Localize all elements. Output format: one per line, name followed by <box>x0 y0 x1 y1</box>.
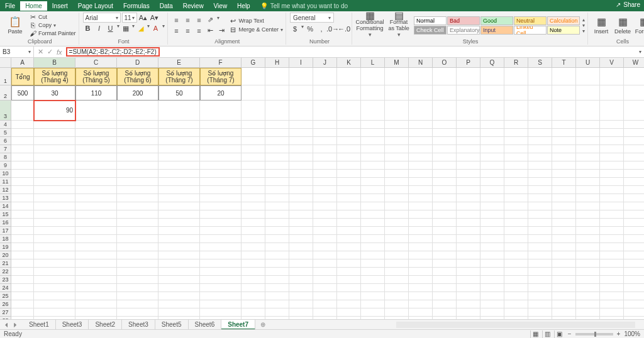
cell-M16[interactable] <box>385 219 409 227</box>
cell-V10[interactable] <box>600 170 624 178</box>
cell-C11[interactable] <box>75 178 117 186</box>
cell-T24[interactable] <box>552 284 576 292</box>
cell-F6[interactable] <box>200 137 242 145</box>
conditional-formatting-button[interactable]: ▦Conditional Formatting▾ <box>356 13 384 38</box>
cell-Q4[interactable] <box>480 121 504 129</box>
cell-V6[interactable] <box>600 137 624 145</box>
cell-K1[interactable] <box>337 68 361 85</box>
cell-N16[interactable] <box>409 219 433 227</box>
cell-L3[interactable] <box>361 101 385 121</box>
cell-I5[interactable] <box>289 129 313 137</box>
cell-L14[interactable] <box>361 202 385 210</box>
cell-T25[interactable] <box>552 292 576 300</box>
cell-F25[interactable] <box>200 292 242 300</box>
cell-Q17[interactable] <box>480 227 504 235</box>
cell-V24[interactable] <box>600 284 624 292</box>
cell-G16[interactable] <box>242 219 265 227</box>
cell-I23[interactable] <box>289 276 313 284</box>
cell-F24[interactable] <box>200 284 242 292</box>
cell-W8[interactable] <box>624 153 644 161</box>
cell-H25[interactable] <box>265 292 289 300</box>
cell-R4[interactable] <box>504 121 528 129</box>
cell-I8[interactable] <box>289 153 313 161</box>
cell-W10[interactable] <box>624 170 644 178</box>
cell-Q16[interactable] <box>480 219 504 227</box>
border-button[interactable]: ▦ <box>121 23 131 33</box>
cell-Q5[interactable] <box>480 129 504 137</box>
cell-R27[interactable] <box>504 308 528 317</box>
cell-G10[interactable] <box>242 170 265 178</box>
cell-A27[interactable] <box>11 308 34 317</box>
cell-C16[interactable] <box>75 219 117 227</box>
cell-I19[interactable] <box>289 243 313 251</box>
cell-I18[interactable] <box>289 235 313 243</box>
row-header-2[interactable]: 2 <box>0 85 11 101</box>
sheet-tab-sheet3[interactable]: Sheet3 <box>122 320 155 330</box>
cell-A5[interactable] <box>11 129 34 137</box>
cell-T23[interactable] <box>552 276 576 284</box>
cell-D26[interactable] <box>117 300 158 308</box>
cut-button[interactable]: ✂Cut <box>29 13 76 21</box>
cell-J23[interactable] <box>313 276 337 284</box>
cell-K16[interactable] <box>337 219 361 227</box>
cell-M12[interactable] <box>385 186 409 194</box>
cell-style-linked-cell[interactable]: Linked Cell <box>514 26 547 35</box>
tab-review[interactable]: Review <box>178 1 209 11</box>
cell-C20[interactable] <box>75 251 117 259</box>
cell-C10[interactable] <box>75 170 117 178</box>
cell-T7[interactable] <box>552 145 576 153</box>
cell-G18[interactable] <box>242 235 265 243</box>
cell-I13[interactable] <box>289 194 313 202</box>
col-header-L[interactable]: L <box>361 58 385 68</box>
cell-S7[interactable] <box>528 145 552 153</box>
cell-D24[interactable] <box>117 284 158 292</box>
cell-G4[interactable] <box>242 121 265 129</box>
cell-S16[interactable] <box>528 219 552 227</box>
add-sheet-button[interactable]: ⊕ <box>255 321 270 328</box>
cell-N13[interactable] <box>409 194 433 202</box>
cell-K11[interactable] <box>337 178 361 186</box>
cell-C26[interactable] <box>75 300 117 308</box>
cell-F5[interactable] <box>200 129 242 137</box>
cell-B16[interactable] <box>34 219 75 227</box>
cell-A16[interactable] <box>11 219 34 227</box>
align-bottom-button[interactable]: ≡ <box>194 15 204 25</box>
cell-D27[interactable] <box>117 308 158 317</box>
cell-P18[interactable] <box>457 235 480 243</box>
cell-M27[interactable] <box>385 308 409 317</box>
cell-G7[interactable] <box>242 145 265 153</box>
increase-font-button[interactable]: A▴ <box>138 13 148 23</box>
cell-V4[interactable] <box>600 121 624 129</box>
cell-J27[interactable] <box>313 308 337 317</box>
cell-S19[interactable] <box>528 243 552 251</box>
cell-B6[interactable] <box>34 137 75 145</box>
cell-K18[interactable] <box>337 235 361 243</box>
cell-S22[interactable] <box>528 268 552 276</box>
cell-W5[interactable] <box>624 129 644 137</box>
row-header-12[interactable]: 12 <box>0 186 11 194</box>
cell-W11[interactable] <box>624 178 644 186</box>
cell-V19[interactable] <box>600 243 624 251</box>
cell-B13[interactable] <box>34 194 75 202</box>
cell-J16[interactable] <box>313 219 337 227</box>
cell-O27[interactable] <box>433 308 457 317</box>
cell-F26[interactable] <box>200 300 242 308</box>
cell-P12[interactable] <box>457 186 480 194</box>
cell-E12[interactable] <box>158 186 200 194</box>
align-top-button[interactable]: ≡ <box>172 15 182 25</box>
fill-color-button[interactable]: ◢ <box>136 23 146 33</box>
delete-cells-button[interactable]: ▦Delete <box>613 13 632 38</box>
cell-E10[interactable] <box>158 170 200 178</box>
view-page-break-icon[interactable]: ▣ <box>554 330 564 338</box>
cell-H20[interactable] <box>265 251 289 259</box>
cell-style-calculation[interactable]: Calculation <box>547 16 580 25</box>
cell-R24[interactable] <box>504 284 528 292</box>
view-page-layout-icon[interactable]: ▥ <box>542 330 552 338</box>
cell-G12[interactable] <box>242 186 265 194</box>
cell-U6[interactable] <box>576 137 600 145</box>
cell-G8[interactable] <box>242 153 265 161</box>
cell-J24[interactable] <box>313 284 337 292</box>
percent-button[interactable]: % <box>305 24 315 34</box>
cell-L13[interactable] <box>361 194 385 202</box>
cell-D16[interactable] <box>117 219 158 227</box>
